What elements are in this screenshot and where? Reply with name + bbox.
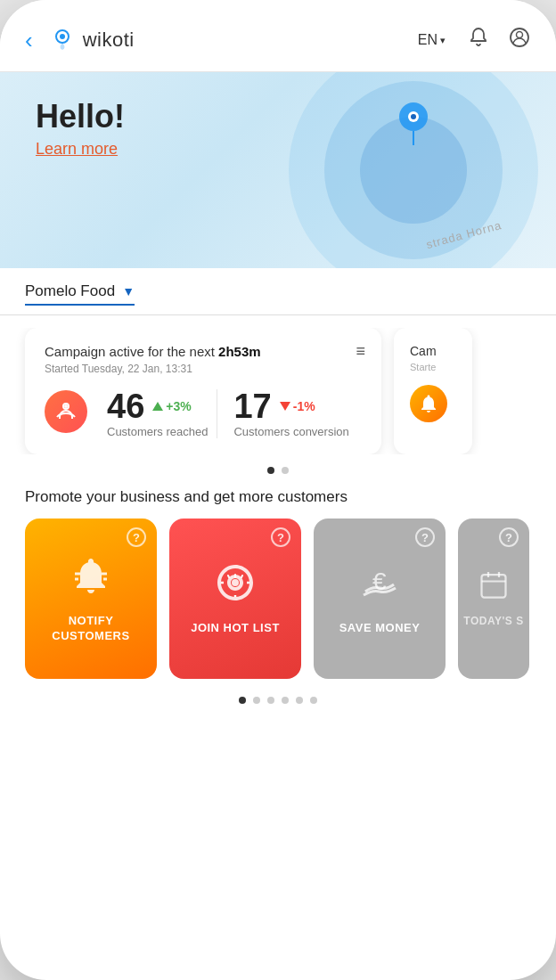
- campaign-card: ≡ Campaign active for the next 2h53m Sta…: [25, 328, 381, 454]
- hotlist-icon: [214, 561, 257, 612]
- svg-point-12: [232, 579, 239, 586]
- stat1-change: +3%: [151, 399, 191, 413]
- hotlist-label: JOIN HOT LIST: [191, 621, 280, 636]
- today-icon: [478, 569, 510, 608]
- today-label: TODAY'S S: [463, 615, 523, 629]
- profile-icon[interactable]: [508, 26, 531, 54]
- today-help-button[interactable]: ?: [499, 527, 519, 547]
- campaign-subtitle: Started Tuesday, 22 Jan, 13:31: [45, 363, 362, 375]
- campaigns-section: ≡ Campaign active for the next 2h53m Sta…: [0, 315, 556, 481]
- language-selector[interactable]: EN ▾: [418, 32, 446, 48]
- map-pin: [394, 99, 433, 145]
- hotlist-help-button[interactable]: ?: [271, 527, 290, 547]
- campaign-dot-2: [282, 467, 289, 474]
- promo-card-today-partial[interactable]: ? TODAY'S S: [458, 519, 529, 679]
- campaigns-scroll[interactable]: ≡ Campaign active for the next 2h53m Sta…: [0, 328, 556, 454]
- svg-point-6: [411, 114, 416, 119]
- language-label: EN: [418, 32, 437, 48]
- selector-section: Pomelo Food ▼: [0, 268, 556, 315]
- campaign-dot-1: [267, 467, 274, 474]
- back-button[interactable]: ‹: [25, 27, 33, 54]
- learn-more-link[interactable]: Learn more: [36, 140, 125, 159]
- logo-icon: [49, 25, 76, 55]
- campaign-menu-button[interactable]: ≡: [356, 342, 365, 361]
- promo-dot-1: [239, 697, 246, 704]
- partial-card-icon: [410, 385, 447, 422]
- svg-point-3: [517, 32, 523, 38]
- selector-chevron-icon: ▼: [122, 284, 135, 298]
- svg-rect-14: [482, 575, 506, 598]
- stat1-row: 46 +3% Customers reached: [45, 389, 208, 438]
- promo-dot-3: [267, 697, 274, 704]
- greeting-title: Hello!: [36, 99, 125, 135]
- savemoney-label: SAVE MONEY: [339, 621, 421, 636]
- stat1-data: 46 +3% Customers reached: [107, 389, 208, 438]
- notify-help-button[interactable]: ?: [127, 527, 146, 547]
- promo-dot-2: [253, 697, 260, 704]
- savemoney-icon: €: [358, 561, 401, 612]
- svg-point-1: [60, 34, 65, 39]
- campaign-title: Campaign active for the next 2h53m: [45, 344, 362, 359]
- notify-label: NOTIFYCUSTOMERS: [52, 614, 129, 644]
- hero-text: Hello! Learn more: [36, 99, 125, 159]
- promo-card-notify[interactable]: ? NOTIFYCUSTOMERS: [25, 519, 157, 679]
- campaign-time: 2h53m: [218, 344, 261, 359]
- header-logo: wikoti: [49, 25, 405, 55]
- campaign-card-partial: Cam Starte: [394, 328, 472, 454]
- stat1-number: 46: [107, 389, 144, 423]
- promo-dot-5: [296, 697, 303, 704]
- promo-dot-4: [282, 697, 289, 704]
- svg-point-7: [64, 404, 68, 408]
- restaurant-selector[interactable]: Pomelo Food ▼: [25, 282, 135, 306]
- stat1-label: Customers reached: [107, 425, 208, 438]
- promo-card-hotlist[interactable]: ? JOIN HOT LIST: [169, 519, 301, 679]
- savemoney-help-button[interactable]: ?: [415, 527, 435, 547]
- campaign-stats: 46 +3% Customers reached 17: [45, 389, 362, 438]
- promo-card-savemoney[interactable]: ? € SAVE MONEY: [314, 519, 446, 679]
- header: ‹ wikoti EN ▾: [0, 0, 556, 72]
- map-section: strada Horna Hello! Learn more: [0, 72, 556, 268]
- phone-frame: ‹ wikoti EN ▾: [0, 0, 556, 980]
- stat2-number: 17: [233, 389, 271, 423]
- promote-section: Promote your business and get more custo…: [0, 481, 556, 980]
- stat2-group: 17 -1% Customers conversion: [217, 389, 362, 438]
- language-chevron-icon: ▾: [440, 35, 446, 46]
- campaign-dots: [0, 467, 556, 474]
- notification-bell-icon[interactable]: [467, 26, 490, 54]
- notify-icon: [70, 554, 112, 605]
- stat1-icon: [45, 390, 87, 433]
- promo-dot-6: [310, 697, 317, 704]
- stat2-label: Customers conversion: [233, 425, 348, 438]
- promo-dots: [25, 697, 531, 704]
- stat2-change: -1%: [279, 399, 315, 413]
- logo-text: wikoti: [83, 29, 135, 52]
- promote-title: Promote your business and get more custo…: [25, 488, 531, 506]
- promo-cards-scroll[interactable]: ? NOTIFYCUSTOMERS ?: [25, 519, 531, 688]
- restaurant-name: Pomelo Food: [25, 282, 115, 300]
